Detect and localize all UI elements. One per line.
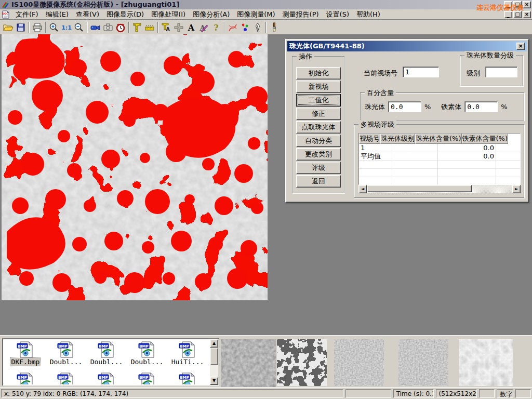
text-icon[interactable]: A xyxy=(185,21,197,34)
level-input[interactable] xyxy=(485,66,517,77)
menu-item[interactable]: 图像显示(D) xyxy=(103,9,148,20)
rating-table-row[interactable]: 平均值 0.0 xyxy=(359,152,520,161)
micrograph-thumbnail[interactable] xyxy=(221,339,275,386)
camera-icon[interactable] xyxy=(102,21,114,34)
file-item[interactable]: BMP DKF.bmp xyxy=(7,340,44,366)
timer-icon[interactable] xyxy=(114,21,127,34)
svg-text:BMP: BMP xyxy=(139,376,148,380)
open-icon[interactable] xyxy=(2,21,15,34)
scroll-track[interactable] xyxy=(367,185,512,193)
zoom-out-icon[interactable] xyxy=(73,21,85,34)
micrograph-thumbnail[interactable] xyxy=(459,339,513,386)
menu-item[interactable]: 帮助(H) xyxy=(353,9,384,20)
menu-item[interactable]: 图像处理(I) xyxy=(148,9,189,20)
status-bar: x: 510 y: 79 idx: 0 RGB: (174, 174, 174)… xyxy=(0,387,532,399)
scroll-thumb[interactable] xyxy=(210,348,218,365)
save-icon[interactable] xyxy=(15,21,27,34)
mdi-restore-button[interactable]: □ xyxy=(513,11,522,18)
bmp-file-icon: BMP xyxy=(179,341,196,358)
svg-text:BMP: BMP xyxy=(99,344,108,349)
rating-table-header-cell[interactable]: 视场号 xyxy=(359,134,380,144)
file-browser-scrollbar[interactable]: ▲ ▼ xyxy=(210,339,218,385)
file-item[interactable]: BMP Doubl... xyxy=(88,340,125,366)
multi-field-rating-group: 多视场评级 视场号 珠光体级别 珠光体含量(%) 铁素体含量(%) 1 xyxy=(354,124,524,198)
zoom-in-icon[interactable] xyxy=(48,21,60,34)
bmp-file-icon: BMP xyxy=(17,373,34,384)
rating-table-header-cell[interactable]: 珠光体级别 xyxy=(380,134,415,144)
rating-table-row[interactable]: 1 0.0 xyxy=(359,144,520,152)
file-item[interactable]: BMP xyxy=(88,371,125,384)
menu-item[interactable]: 图像测量(M) xyxy=(233,9,278,20)
ruler-icon[interactable] xyxy=(143,21,156,34)
bmp-file-icon: BMP xyxy=(179,373,196,384)
file-browser[interactable]: BMP DKF.bmp xyxy=(2,338,219,386)
bmp-file-icon: BMP xyxy=(138,341,156,358)
operation-button[interactable]: 二值化 xyxy=(296,94,341,107)
micrograph-thumbnail[interactable] xyxy=(398,339,448,386)
rating-table-hscrollbar[interactable]: ◄ ► xyxy=(358,185,521,193)
spline-icon[interactable] xyxy=(227,21,239,34)
window-title: IS100显微摄像系统(金相分析版) - [zhuguangti01] xyxy=(11,0,179,9)
mdi-close-button[interactable]: × xyxy=(523,11,531,18)
video-camera-icon[interactable] xyxy=(89,21,102,34)
menu-item[interactable]: 测量报告(P) xyxy=(279,9,323,20)
print-icon[interactable] xyxy=(31,21,44,34)
file-item[interactable]: BMP xyxy=(7,371,44,384)
mdi-minimize-button[interactable]: _ xyxy=(504,11,512,18)
operation-button[interactable]: 自动分类 xyxy=(296,135,341,147)
dialog-title: 珠光体(GB/T9441-88) xyxy=(289,42,365,51)
help-icon[interactable]: ? xyxy=(210,21,222,34)
rating-table[interactable]: 视场号 珠光体级别 珠光体含量(%) 铁素体含量(%) 1 0.0 xyxy=(358,133,521,185)
scroll-right-icon[interactable]: ► xyxy=(512,185,521,193)
image-size-status: (512x512x24) xyxy=(436,389,477,398)
operation-button[interactable]: 返回 xyxy=(296,175,341,188)
scroll-left-icon[interactable]: ◄ xyxy=(358,185,367,193)
operation-button[interactable]: 修正 xyxy=(296,108,341,120)
toolbar-separator xyxy=(29,22,30,33)
rating-table-header-cell[interactable]: 珠光体含量(%) xyxy=(415,134,462,144)
file-item[interactable]: BMP xyxy=(128,371,166,384)
cell-field: 1 xyxy=(359,144,392,152)
current-field-input[interactable] xyxy=(403,66,439,77)
operations-group-label: 操作 xyxy=(297,52,314,61)
file-item[interactable]: BMP HuiTi... xyxy=(169,340,206,366)
scroll-up-icon[interactable]: ▲ xyxy=(210,339,218,348)
operation-button[interactable]: 更改类别 xyxy=(296,148,341,161)
file-item[interactable]: BMP xyxy=(47,371,85,384)
operation-button[interactable]: 点取珠光体 xyxy=(296,121,341,134)
scroll-thumb[interactable] xyxy=(367,185,472,192)
minimize-button[interactable]: _ xyxy=(504,1,512,8)
micrograph-thumbnail[interactable] xyxy=(277,339,327,386)
metallographic-image[interactable] xyxy=(2,34,268,300)
file-item[interactable]: BMP xyxy=(169,371,206,384)
classify-points-icon[interactable] xyxy=(239,21,251,34)
scroll-down-icon[interactable]: ▼ xyxy=(210,377,218,385)
menu-item[interactable]: 文件(F) xyxy=(12,9,42,20)
caliper-icon[interactable] xyxy=(131,21,143,34)
register-cross-icon[interactable] xyxy=(172,21,185,34)
pen-icon[interactable] xyxy=(251,21,264,34)
percentage-field-input[interactable] xyxy=(388,101,421,112)
micrograph-thumbnail[interactable] xyxy=(334,339,384,386)
operation-button[interactable]: 评级 xyxy=(296,162,341,174)
menu-item[interactable]: 设置(S) xyxy=(323,9,353,20)
file-name: Doubl... xyxy=(130,358,165,366)
brush-icon[interactable] xyxy=(268,21,281,34)
rating-table-header-cell[interactable]: 铁素体含量(%) xyxy=(462,134,509,144)
cell-grade xyxy=(392,152,438,161)
operation-button[interactable]: 初始化 xyxy=(296,67,341,79)
actual-size-icon[interactable]: 1:1 xyxy=(60,21,73,34)
maximize-button[interactable]: □ xyxy=(513,1,522,8)
dialog-close-icon[interactable]: × xyxy=(516,43,525,50)
operation-button[interactable]: 新视场 xyxy=(296,81,341,93)
percentage-field-input[interactable] xyxy=(464,101,498,112)
edit-text-icon[interactable]: A xyxy=(197,21,210,34)
menu-item[interactable]: 图像分析(A) xyxy=(189,9,233,20)
file-item[interactable]: BMP Doubl... xyxy=(128,340,166,366)
menu-item[interactable]: 查看(V) xyxy=(72,9,103,20)
menu-item[interactable]: 编辑(E) xyxy=(42,9,72,20)
dialog-title-bar[interactable]: 珠光体(GB/T9441-88) × xyxy=(287,41,527,51)
close-button[interactable]: × xyxy=(523,1,531,8)
file-item[interactable]: BMP Doubl... xyxy=(47,340,85,366)
measure-label-icon[interactable]: A xyxy=(160,21,172,34)
